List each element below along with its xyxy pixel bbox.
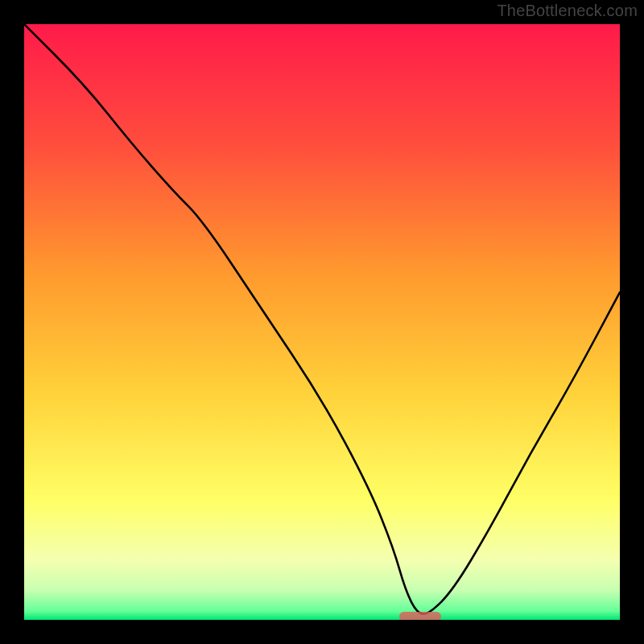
watermark-text: TheBottleneck.com [497, 2, 638, 20]
bottleneck-curve [24, 24, 620, 620]
optimal-range-marker [399, 612, 441, 620]
chart-frame: TheBottleneck.com [0, 0, 644, 644]
curve-path [24, 24, 620, 614]
plot-area [24, 24, 620, 620]
